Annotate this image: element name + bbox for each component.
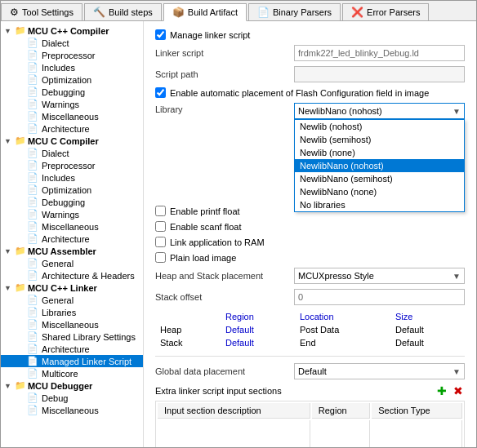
- sidebar-item-architecture-2[interactable]: 📄 Architecture: [1, 233, 143, 245]
- sidebar-item-label: MCU C Compiler: [28, 136, 99, 146]
- sidebar-item-label: MCU C++ Linker: [28, 283, 97, 293]
- plain-load-image-checkbox[interactable]: [155, 252, 166, 263]
- tab-error-parsers[interactable]: ❌ Error Parsers: [342, 3, 429, 20]
- script-path-label: Script path: [155, 69, 294, 79]
- sidebar-item-label: Architecture: [42, 344, 90, 354]
- sidebar-item-debugging-2[interactable]: 📄 Debugging: [1, 196, 143, 208]
- toggle-icon: ▼: [4, 284, 11, 292]
- sidebar-item-label: Preprocessor: [42, 51, 95, 60]
- scanf-float-checkbox[interactable]: [155, 221, 166, 232]
- sidebar-item-optimization-1[interactable]: 📄 Optimization: [1, 73, 143, 86]
- sidebar-item-architecture-1[interactable]: 📄 Architecture: [1, 122, 143, 135]
- sidebar-item-mcu-c-compiler[interactable]: ▼ 📁 MCU C Compiler: [1, 135, 143, 147]
- heap-location: Post Data: [295, 323, 390, 336]
- stack-offset-row: Stack offset: [155, 289, 465, 305]
- leaf-icon: 📄: [27, 405, 38, 415]
- sidebar-item-dialect-2[interactable]: 📄 Dialect: [1, 147, 143, 159]
- heap-stack-arrow: ▼: [452, 272, 461, 281]
- sidebar-item-shared-library[interactable]: 📄 Shared Library Settings: [1, 330, 143, 343]
- sidebar-item-label: Dialect: [42, 149, 69, 158]
- main-content: ▼ 📁 MCU C++ Compiler 📄 Dialect 📄 Preproc…: [1, 21, 476, 447]
- sidebar-item-libraries[interactable]: 📄 Libraries: [1, 306, 143, 318]
- printf-float-checkbox[interactable]: [155, 206, 166, 216]
- tab-binary-parsers[interactable]: 📄 Binary Parsers: [248, 3, 341, 20]
- sidebar-item-managed-linker[interactable]: 📄 Managed Linker Script: [1, 355, 143, 367]
- sidebar-item-general-2[interactable]: 📄 General: [1, 294, 143, 306]
- library-label: Library: [155, 103, 294, 114]
- heap-stack-dropdown-trigger[interactable]: MCUXpresso Style ▼: [294, 268, 465, 284]
- input-col-section-type: Section Type: [372, 403, 462, 419]
- sidebar-item-miscellaneous-2[interactable]: 📄 Miscellaneous: [1, 220, 143, 233]
- sidebar-item-warnings-2[interactable]: 📄 Warnings: [1, 208, 143, 220]
- sidebar-item-multicore[interactable]: 📄 Multicore: [1, 367, 143, 379]
- link-to-ram-checkbox[interactable]: [155, 237, 166, 247]
- linker-script-input[interactable]: [294, 45, 465, 61]
- sidebar-item-miscellaneous-1[interactable]: 📄 Miscellaneous: [1, 110, 143, 122]
- library-dropdown-arrow: ▼: [452, 107, 461, 116]
- library-option-6[interactable]: NewlibNano (none): [295, 185, 464, 198]
- heap-size: Default: [390, 323, 465, 336]
- stack-offset-input[interactable]: [294, 289, 465, 305]
- error-parsers-icon: ❌: [351, 7, 363, 18]
- leaf-icon: 📄: [27, 393, 38, 403]
- sidebar-item-mcu-cpp-linker[interactable]: ▼ 📁 MCU C++ Linker: [1, 282, 143, 294]
- global-data-label: Global data placement: [155, 366, 294, 376]
- toggle-icon: ▼: [4, 27, 11, 35]
- sidebar-item-arch-headers[interactable]: 📄 Architecture & Headers: [1, 269, 143, 282]
- leaf-icon: 📄: [27, 319, 38, 330]
- library-option-1[interactable]: Newlib (nohost): [295, 120, 464, 133]
- sidebar-item-mcu-debugger[interactable]: ▼ 📁 MCU Debugger: [1, 379, 143, 392]
- leaf-icon: 📄: [27, 307, 38, 317]
- linker-script-label: Linker script: [155, 48, 294, 58]
- sidebar-item-warnings-1[interactable]: 📄 Warnings: [1, 98, 143, 110]
- sidebar-item-general-1[interactable]: 📄 General: [1, 257, 143, 269]
- sidebar-item-preprocessor-2[interactable]: 📄 Preprocessor: [1, 159, 143, 171]
- library-option-4[interactable]: NewlibNano (nohost): [295, 159, 464, 172]
- library-option-2[interactable]: Newlib (semihost): [295, 133, 464, 146]
- table-row: Heap Default Post Data Default: [155, 323, 465, 336]
- sidebar-item-dialect-1[interactable]: 📄 Dialect: [1, 37, 143, 49]
- folder-icon: 📁: [15, 246, 26, 256]
- tab-tool-settings[interactable]: ⚙ Tool Settings: [1, 3, 82, 20]
- sidebar-item-debug[interactable]: 📄 Debug: [1, 392, 143, 404]
- tab-build-artifact[interactable]: 📦 Build Artifact: [163, 3, 247, 21]
- sidebar-item-label: Multicore: [42, 369, 78, 379]
- sidebar-item-label: Miscellaneous: [42, 320, 99, 330]
- sidebar-item-debugging-1[interactable]: 📄 Debugging: [1, 86, 143, 98]
- leaf-icon: 📄: [27, 209, 38, 220]
- col-header-region: Region: [221, 310, 295, 323]
- library-option-5[interactable]: NewlibNano (semihost): [295, 172, 464, 185]
- global-data-row: Global data placement Default ▼: [155, 363, 465, 379]
- sidebar-item-includes-2[interactable]: 📄 Includes: [1, 171, 143, 184]
- section-divider: [155, 356, 465, 357]
- stack-location: End: [295, 336, 390, 349]
- sidebar-item-miscellaneous-4[interactable]: 📄 Miscellaneous: [1, 404, 143, 416]
- sidebar-item-label: Debug: [42, 393, 68, 403]
- remove-section-button[interactable]: ✖: [452, 384, 465, 397]
- library-row: Library NewlibNano (nohost) ▼ Newlib (no…: [155, 103, 465, 119]
- add-section-button[interactable]: ✚: [435, 384, 448, 397]
- script-path-input[interactable]: [294, 66, 465, 82]
- sidebar-item-optimization-2[interactable]: 📄 Optimization: [1, 184, 143, 196]
- sidebar-item-mcu-assembler[interactable]: ▼ 📁 MCU Assembler: [1, 245, 143, 257]
- library-option-7[interactable]: No libraries: [295, 198, 464, 211]
- library-dropdown-trigger[interactable]: NewlibNano (nohost) ▼: [294, 103, 465, 119]
- sidebar-item-label: Debugging: [42, 197, 85, 207]
- library-option-3[interactable]: Newlib (none): [295, 146, 464, 159]
- leaf-icon: 📄: [27, 356, 38, 366]
- manage-linker-script-checkbox[interactable]: [155, 29, 166, 40]
- input-col-description: Input section description: [158, 403, 310, 419]
- flash-config-row: Enable automatic placement of Flash Conf…: [155, 87, 465, 98]
- heap-region[interactable]: Default: [221, 323, 295, 336]
- sidebar-item-includes-1[interactable]: 📄 Includes: [1, 61, 143, 73]
- sidebar-item-label: Miscellaneous: [42, 406, 99, 415]
- binary-parsers-icon: 📄: [257, 7, 270, 18]
- sidebar-item-architecture-3[interactable]: 📄 Architecture: [1, 343, 143, 355]
- tab-build-steps[interactable]: 🔨 Build steps: [84, 3, 162, 20]
- stack-region[interactable]: Default: [221, 336, 295, 349]
- global-data-dropdown-trigger[interactable]: Default ▼: [294, 363, 465, 379]
- sidebar-item-miscellaneous-3[interactable]: 📄 Miscellaneous: [1, 318, 143, 330]
- sidebar-item-mcu-cpp-compiler[interactable]: ▼ 📁 MCU C++ Compiler: [1, 24, 143, 37]
- flash-config-checkbox[interactable]: [155, 87, 166, 98]
- sidebar-item-preprocessor-1[interactable]: 📄 Preprocessor: [1, 49, 143, 61]
